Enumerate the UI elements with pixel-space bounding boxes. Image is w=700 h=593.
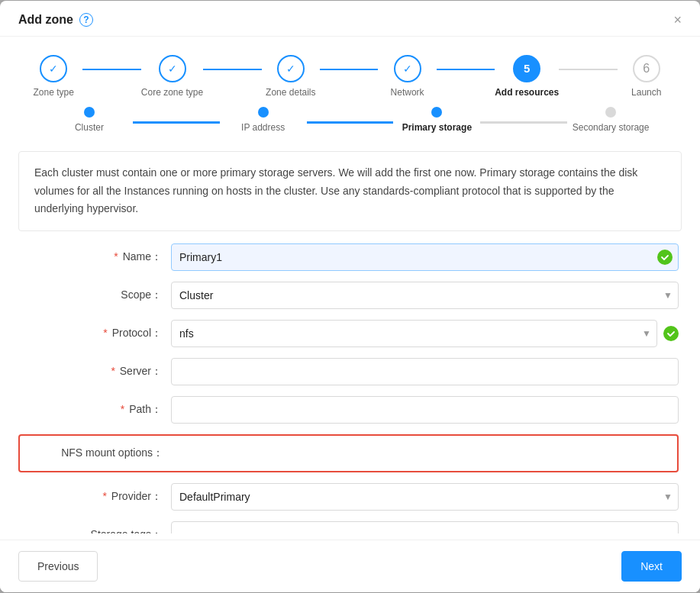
storage-tags-label-text: Storage tags xyxy=(91,528,151,533)
scope-label: Scope： xyxy=(18,288,171,302)
provider-required-star: * xyxy=(103,490,107,502)
scrollable-form: * Name： xyxy=(18,243,682,533)
sub-label-secondary-storage: Secondary storage xyxy=(573,122,650,133)
scope-select-wrapper: Cluster Zone ▼ xyxy=(171,282,679,309)
sub-dot-ip-address xyxy=(258,107,269,118)
sub-dot-cluster xyxy=(84,107,95,118)
step-check-network: ✓ xyxy=(403,63,412,75)
step-add-resources: 5 Add resources xyxy=(495,55,559,98)
path-label-text: Path xyxy=(129,403,151,415)
add-zone-modal: Add zone ? × ✓ Zone type ✓ xyxy=(0,1,700,592)
storage-tags-row: Storage tags： xyxy=(18,521,679,533)
close-button[interactable]: × xyxy=(673,13,682,27)
sub-connector-3 xyxy=(480,121,567,124)
sub-step-ip-address: IP address xyxy=(220,107,307,133)
info-box: Each cluster must contain one or more pr… xyxy=(18,151,682,231)
step-label-launch: Launch xyxy=(631,87,661,98)
step-launch: 6 Launch xyxy=(618,55,676,98)
step-label-add-resources: Add resources xyxy=(495,87,559,98)
protocol-select-with-check: nfs SharedMountPoint CLVM Gluster ▼ xyxy=(171,320,679,347)
nfs-mount-options-label: NFS mount options： xyxy=(20,446,173,460)
name-label: * Name： xyxy=(18,250,171,264)
modal-overlay: Add zone ? × ✓ Zone type ✓ xyxy=(0,0,700,593)
protocol-select[interactable]: nfs SharedMountPoint CLVM Gluster xyxy=(171,320,657,347)
name-label-text: Name xyxy=(123,250,151,263)
provider-label: * Provider： xyxy=(18,490,171,504)
nfs-mount-options-label-text: NFS mount options xyxy=(61,446,153,459)
step-label-core-zone-type: Core zone type xyxy=(141,87,203,98)
name-required-star: * xyxy=(114,250,118,263)
protocol-label-text: Protocol xyxy=(112,327,151,339)
path-input[interactable] xyxy=(171,396,679,424)
form-area: * Name： xyxy=(18,243,682,540)
sub-dot-secondary-storage xyxy=(605,107,616,118)
protocol-check-icon xyxy=(666,329,676,338)
provider-label-text: Provider xyxy=(111,490,151,502)
step-circle-core-zone-type: ✓ xyxy=(159,55,186,82)
step-label-zone-type: Zone type xyxy=(34,87,74,98)
step-number-add-resources: 5 xyxy=(524,62,530,75)
sub-step-secondary-storage: Secondary storage xyxy=(567,107,654,133)
connector-5 xyxy=(559,69,617,70)
step-check-zone-details: ✓ xyxy=(286,63,295,75)
protocol-required-star: * xyxy=(103,327,107,339)
name-input[interactable] xyxy=(171,243,679,271)
storage-tags-input[interactable] xyxy=(171,521,679,533)
modal-title: Add zone ? xyxy=(18,13,93,27)
sub-connector-2 xyxy=(307,121,394,124)
previous-button[interactable]: Previous xyxy=(18,551,98,582)
step-check-core: ✓ xyxy=(168,63,177,75)
server-input[interactable] xyxy=(171,358,679,385)
step-circle-zone-type: ✓ xyxy=(40,55,67,82)
step-circle-network: ✓ xyxy=(394,55,421,82)
sub-label-cluster: Cluster xyxy=(75,122,104,133)
provider-select[interactable]: DefaultPrimary xyxy=(171,483,679,511)
protocol-check-badge xyxy=(663,326,679,341)
connector-2 xyxy=(203,69,261,70)
name-input-wrapper xyxy=(171,243,679,271)
step-circle-add-resources: 5 xyxy=(513,55,540,82)
nfs-mount-options-input[interactable] xyxy=(173,440,671,466)
sub-dot-primary-storage xyxy=(431,107,442,118)
server-label: * Server： xyxy=(18,365,171,379)
protocol-label: * Protocol： xyxy=(18,327,171,340)
step-number-launch: 6 xyxy=(643,62,650,76)
sub-stepper: Cluster IP address Primary storage xyxy=(0,104,700,145)
connector-1 xyxy=(82,69,140,70)
step-network: ✓ Network xyxy=(378,55,436,98)
step-zone-type: ✓ Zone type xyxy=(24,55,82,98)
modal-header: Add zone ? × xyxy=(0,1,700,37)
scope-row: Scope： Cluster Zone ▼ xyxy=(18,282,679,309)
step-check-zone-type: ✓ xyxy=(49,63,58,75)
step-zone-details: ✓ Zone details xyxy=(262,55,320,98)
nfs-mount-options-row: NFS mount options： xyxy=(18,434,679,472)
sub-step-cluster: Cluster xyxy=(46,107,133,133)
connector-4 xyxy=(437,69,495,70)
sub-connector-1 xyxy=(133,121,220,124)
sub-step-primary-storage: Primary storage xyxy=(393,107,480,133)
name-row: * Name： xyxy=(18,243,679,271)
help-icon[interactable]: ? xyxy=(79,13,93,27)
server-required-star: * xyxy=(111,365,115,377)
title-text: Add zone xyxy=(18,13,73,27)
modal-footer: Previous Next xyxy=(0,540,700,592)
path-required-star: * xyxy=(121,403,124,415)
step-circle-launch: 6 xyxy=(633,55,660,82)
next-button[interactable]: Next xyxy=(621,551,682,582)
main-stepper: ✓ Zone type ✓ Core zone type ✓ xyxy=(0,37,700,104)
modal-body: ✓ Zone type ✓ Core zone type ✓ xyxy=(0,37,700,540)
connector-3 xyxy=(320,69,378,70)
protocol-select-wrapper: nfs SharedMountPoint CLVM Gluster ▼ xyxy=(171,320,657,347)
protocol-row: * Protocol： nfs SharedMountPoint CLVM Gl… xyxy=(18,320,679,347)
info-text: Each cluster must contain one or more pr… xyxy=(34,166,637,215)
storage-tags-label: Storage tags： xyxy=(18,528,171,533)
step-circle-zone-details: ✓ xyxy=(277,55,305,82)
server-row: * Server： xyxy=(18,358,679,385)
scope-label-text: Scope xyxy=(121,288,151,301)
sub-label-ip-address: IP address xyxy=(241,122,285,133)
scope-select[interactable]: Cluster Zone xyxy=(171,282,679,309)
provider-row: * Provider： DefaultPrimary ▼ xyxy=(18,483,679,511)
path-row: * Path： xyxy=(18,396,679,424)
sub-label-primary-storage: Primary storage xyxy=(402,122,472,133)
step-label-zone-details: Zone details xyxy=(266,87,315,98)
